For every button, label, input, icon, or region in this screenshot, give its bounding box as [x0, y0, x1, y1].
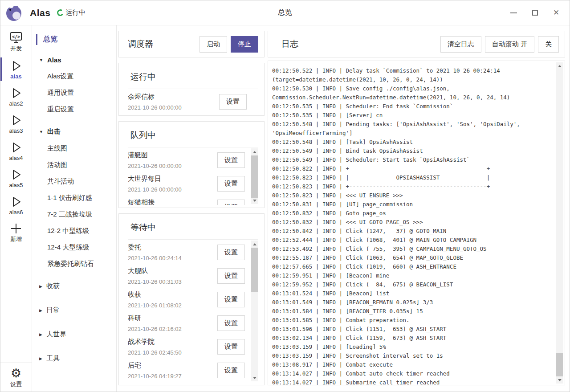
menu-item[interactable]: 共斗活动 — [32, 173, 116, 190]
pending-title: 队列中 — [128, 123, 258, 147]
task-setting-button[interactable]: 设置 — [217, 152, 245, 168]
log-line: 00:12:50.823 | INFO | | OPSIASHASSIST | — [272, 173, 551, 182]
rail-item-label: alas5 — [9, 182, 23, 188]
menu-item[interactable]: 1-1 伏击刷好感 — [32, 190, 116, 206]
menu-item-label: 紧急委托刷钻石 — [47, 260, 94, 268]
task-row: 余烬信标 2021-10-26 00:00:00 设置 — [128, 89, 247, 113]
pending-scrollbar[interactable] — [251, 148, 258, 204]
menu-item[interactable]: 通用设置 — [32, 85, 116, 101]
close-button[interactable]: ✕ — [553, 9, 560, 16]
stop-button[interactable]: 停止 — [231, 36, 258, 53]
rail-item-instance[interactable]: alas4 — [0, 137, 32, 164]
task-time: 2021-10-26 00:00:00 — [128, 104, 182, 111]
rail-item-instance[interactable]: alas — [0, 56, 32, 83]
scroll-down-icon[interactable] — [556, 377, 563, 383]
task-setting-button[interactable]: 设置 — [217, 363, 245, 378]
autoscroll-toggle-button[interactable]: 自动滚动 开 — [485, 36, 534, 53]
rail-item-label: alas — [10, 73, 21, 80]
menu-item-label: 12-2 中型练级 — [47, 227, 89, 235]
menu-item[interactable]: ▶ 大世界 — [32, 324, 116, 344]
pending-panel: 队列中 潜艇图 2021-10-26 00:00:00 设置 — [118, 121, 265, 208]
log-line: 00:12:55.187 | INFO | Click (1063, 654) … — [272, 253, 551, 262]
task-setting-button[interactable]: 设置 — [217, 176, 245, 192]
log-line: 00:12:50.522 | INFO | Delay task `Commis… — [272, 66, 551, 84]
task-setting-button[interactable]: 设置 — [217, 200, 245, 205]
scroll-down-icon[interactable] — [251, 197, 258, 204]
menu-item[interactable]: Alas设置 — [32, 68, 116, 85]
log-line: 00:13:14.027 | INFO | Submarine call tim… — [272, 378, 551, 385]
log-line: 00:12:50.535 | INFO | Scheduler: End tas… — [272, 102, 551, 111]
rail-item-instance[interactable]: alas3 — [0, 110, 32, 137]
minimize-icon — [510, 12, 517, 13]
nav-menu: 总览 ▼ Alas Alas设置 通用设置 — [32, 25, 117, 392]
rail-item-label: alas6 — [9, 209, 23, 216]
minimize-button[interactable] — [510, 9, 517, 16]
log-line: 00:12:50.548 | INFO | [Task] OpsiAshAssi… — [272, 138, 551, 147]
scroll-up-icon[interactable] — [556, 63, 563, 69]
play-icon — [9, 195, 23, 208]
menu-item[interactable]: 重启设置 — [32, 101, 116, 118]
pending-list: 潜艇图 2021-10-26 00:00:00 设置 大世界每日 20 — [128, 147, 258, 205]
scrollbar-thumb[interactable] — [251, 155, 258, 198]
task-name: 后宅 — [128, 361, 182, 370]
play-icon — [9, 59, 23, 73]
task-info: 战术学院 2021-10-26 02:45:50 — [128, 338, 182, 356]
task-setting-button[interactable]: 设置 — [217, 245, 245, 260]
task-row: 大世界每日 2021-10-26 00:00:00 设置 — [128, 171, 245, 195]
log-off-button[interactable]: 关 — [538, 36, 559, 53]
log-panel: 00:12:50.522 | INFO | Delay task `Commis… — [268, 61, 565, 385]
menu-item-label: 日常 — [46, 306, 60, 314]
log-line: 00:12:50.823 | INFO | <<< UI ENSURE >>> — [272, 191, 551, 200]
log-output: 00:12:50.522 | INFO | Delay task `Commis… — [268, 61, 565, 385]
rail-item-instance[interactable]: alas6 — [0, 192, 32, 219]
scrollbar-thumb[interactable] — [251, 248, 258, 292]
menu-item[interactable]: 活动图 — [32, 157, 116, 173]
task-setting-button[interactable]: 设置 — [217, 292, 245, 307]
task-info: 委托 2021-10-26 00:24:14 — [128, 243, 182, 261]
maximize-button[interactable] — [531, 9, 538, 16]
menu-item[interactable]: ▼ 出击 — [32, 123, 116, 140]
rail-item-settings[interactable]: ⚙ 设置 — [0, 363, 32, 392]
task-setting-button[interactable]: 设置 — [219, 94, 247, 110]
rail-item-dev[interactable]: </> 开发 — [0, 28, 32, 56]
menu-item[interactable]: ▶ 日常 — [32, 300, 116, 320]
rail-item-add[interactable]: 新增 — [0, 219, 32, 246]
menu-item-overview[interactable]: 总览 — [32, 33, 116, 46]
scroll-up-icon[interactable] — [251, 241, 258, 247]
start-button[interactable]: 启动 — [200, 36, 227, 53]
svg-text:</>: </> — [12, 34, 20, 39]
menu-item[interactable]: ▶ 工具 — [32, 348, 116, 368]
task-setting-button[interactable]: 设置 — [217, 268, 245, 284]
scrollbar-thumb[interactable] — [556, 353, 563, 376]
waiting-scrollbar[interactable] — [251, 241, 258, 381]
menu-item[interactable]: 12-2 中型练级 — [32, 223, 116, 239]
rail-item-instance[interactable]: alas2 — [0, 83, 32, 110]
scheduler-status-text: 运行中 — [65, 8, 86, 17]
rail-item-instance[interactable]: alas5 — [0, 164, 32, 192]
menu-item[interactable]: ▶ 收获 — [32, 276, 116, 296]
menu-item-label: 共斗活动 — [47, 177, 74, 186]
task-setting-button[interactable]: 设置 — [217, 339, 245, 355]
menu-item[interactable]: ▼ Alas — [32, 52, 116, 68]
task-time: 2021-10-26 00:00:00 — [128, 186, 182, 193]
clear-log-button[interactable]: 清空日志 — [440, 36, 481, 53]
gear-icon: ⚙ — [11, 367, 21, 380]
task-setting-button[interactable]: 设置 — [217, 315, 245, 331]
menu-item[interactable]: 主线图 — [32, 140, 116, 157]
log-line: 00:12:50.530 | INFO | Save config ./conf… — [272, 84, 551, 102]
menu-item[interactable]: 7-2 三战捡垃圾 — [32, 206, 116, 223]
window-controls: ✕ — [510, 9, 563, 16]
log-line: 00:12:59.952 | INFO | Click ( 84, 675) @… — [272, 280, 551, 289]
task-name: 短猫相接 — [128, 198, 182, 205]
page-title: 总览 — [0, 8, 570, 17]
log-scrollbar[interactable] — [556, 62, 563, 384]
scroll-down-icon[interactable] — [251, 375, 258, 381]
task-row: 大舰队 2021-10-26 00:31:03 设置 — [128, 263, 245, 287]
task-name: 委托 — [128, 243, 182, 252]
log-line: 00:13:02.134 | INFO | Click (1159, 673) … — [272, 334, 551, 343]
instance-rail: </> 开发 alas — [0, 25, 32, 392]
scroll-up-icon[interactable] — [251, 149, 258, 155]
menu-item[interactable]: 12-4 大型练级 — [32, 239, 116, 256]
menu-item[interactable]: 紧急委托刷钻石 — [32, 256, 116, 272]
menu-item-label: 活动图 — [47, 161, 67, 169]
